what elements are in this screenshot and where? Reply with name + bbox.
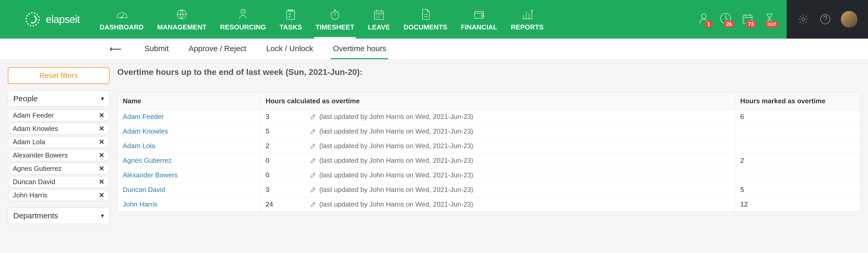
svg-point-10 (702, 14, 706, 18)
content-area: Reset filters People ▾ Adam Feeder✕Adam … (0, 59, 868, 234)
filter-chip: Adam Lola✕ (8, 136, 110, 148)
edit-icon[interactable] (310, 128, 316, 135)
remove-filter-icon[interactable]: ✕ (99, 191, 104, 199)
dashboard-icon (115, 7, 128, 21)
chevron-down-icon: ▾ (101, 212, 104, 219)
remove-filter-icon[interactable]: ✕ (99, 111, 104, 119)
table-row: Adam Knowles5(last updated by John Harri… (118, 124, 860, 139)
person-link[interactable]: Adam Feeder (123, 113, 164, 120)
calendar-icon (372, 7, 386, 21)
nav-resourcing[interactable]: RESOURCING (213, 0, 273, 38)
remove-filter-icon[interactable]: ✕ (99, 178, 104, 186)
table-row: Alexander Bowers0(last updated by John H… (118, 168, 860, 182)
nav-reports[interactable]: REPORTS (504, 0, 551, 38)
checklist-icon (284, 7, 298, 21)
filter-chip: Adam Knowles✕ (8, 123, 110, 135)
people-notification[interactable]: 1 (697, 12, 711, 27)
filter-chip-label: Agnes Gutierrez (13, 165, 62, 173)
people-filter-chips: Adam Feeder✕Adam Knowles✕Adam Lola✕Alexa… (8, 110, 110, 201)
out-notification[interactable]: OUT (763, 12, 776, 27)
filter-chip: Adam Feeder✕ (8, 110, 110, 121)
nav-tasks[interactable]: TASKS (273, 0, 309, 38)
filter-chip-label: Alexander Bowers (13, 151, 68, 159)
edit-icon[interactable] (310, 114, 316, 120)
person-link[interactable]: John Harris (123, 200, 157, 208)
overtime-table: Name Hours calculated as overtime Hours … (117, 92, 860, 212)
nav-financial[interactable]: FINANCIAL (454, 0, 504, 38)
filter-chip: Agnes Gutierrez✕ (8, 163, 110, 174)
col-calculated: Hours calculated as overtime (260, 93, 735, 110)
hours-marked-value: 12 (735, 197, 860, 212)
main-header: elapseit DASHBOARD MANAGEMENT RESOURCING… (0, 0, 868, 38)
remove-filter-icon[interactable]: ✕ (99, 151, 104, 159)
remove-filter-icon[interactable]: ✕ (99, 165, 104, 173)
gear-icon[interactable] (797, 13, 810, 26)
person-link[interactable]: Adam Knowles (123, 127, 168, 135)
remove-filter-icon[interactable]: ✕ (99, 125, 104, 133)
departments-dropdown[interactable]: Departments ▾ (8, 207, 110, 224)
nav-management[interactable]: MANAGEMENT (150, 0, 213, 38)
col-name: Name (118, 93, 260, 110)
hours-calculated-value: 5 (266, 127, 310, 135)
back-arrow-icon[interactable]: ⟵ (104, 44, 127, 54)
filter-chip-label: Duncan David (13, 178, 55, 186)
person-link[interactable]: Duncan David (123, 186, 165, 194)
nav-dashboard[interactable]: DASHBOARD (93, 0, 150, 38)
nav-leave[interactable]: LEAVE (361, 0, 397, 38)
hours-marked-value: 2 (735, 153, 860, 168)
col-marked: Hours marked as overtime (735, 93, 860, 110)
filter-chip: Duncan David✕ (8, 176, 110, 188)
logo-text: elapseit (46, 13, 80, 25)
filter-chip-label: Adam Lola (13, 138, 45, 146)
hours-calculated-value: 24 (266, 200, 310, 208)
avatar[interactable] (841, 11, 858, 28)
person-gear-icon (236, 7, 250, 21)
person-link[interactable]: Adam Lola (123, 142, 155, 150)
edit-icon[interactable] (310, 143, 316, 149)
nav-documents[interactable]: DOCUMENTS (397, 0, 454, 38)
hours-marked-value (735, 139, 860, 153)
subnav-overtime-hours[interactable]: Overtime hours (331, 39, 389, 59)
last-updated-text: (last updated by John Harris on Wed, 202… (319, 171, 473, 179)
svg-point-13 (802, 18, 805, 21)
table-row: Adam Feeder3(last updated by John Harris… (118, 110, 860, 124)
stopwatch-icon (328, 7, 342, 21)
last-updated-text: (last updated by John Harris on Wed, 202… (319, 142, 473, 150)
document-icon (418, 7, 432, 21)
table-row: Agnes Gutierrez0(last updated by John Ha… (118, 153, 860, 168)
edit-icon[interactable] (310, 172, 316, 178)
filter-chip-label: Adam Feeder (13, 111, 54, 119)
people-dropdown[interactable]: People ▾ (8, 90, 110, 107)
svg-point-4 (241, 10, 245, 13)
svg-point-5 (240, 9, 246, 15)
last-updated-text: (last updated by John Harris on Wed, 202… (319, 200, 473, 208)
person-link[interactable]: Alexander Bowers (123, 171, 178, 179)
subnav-lock-unlock[interactable]: Lock / Unlock (264, 39, 315, 59)
main-content: Overtime hours up to the end of last wee… (117, 67, 860, 227)
person-link[interactable]: Agnes Gutierrez (123, 157, 172, 164)
logo-icon (24, 10, 42, 28)
hours-marked-value: 6 (735, 110, 860, 124)
calendar-notification[interactable]: 73 (741, 12, 754, 27)
svg-rect-8 (374, 11, 383, 20)
hours-marked-value: 5 (735, 182, 860, 197)
hours-calculated-value: 2 (266, 142, 310, 150)
nav-timesheet[interactable]: TIMESHEET (309, 0, 361, 38)
people-badge: 1 (705, 21, 713, 28)
remove-filter-icon[interactable]: ✕ (99, 138, 104, 146)
subnav-submit[interactable]: Submit (142, 39, 171, 59)
edit-icon[interactable] (310, 187, 316, 193)
page-title: Overtime hours up to the end of last wee… (117, 67, 860, 77)
edit-icon[interactable] (310, 158, 316, 164)
last-updated-text: (last updated by John Harris on Wed, 202… (319, 113, 473, 121)
hours-calculated-value: 0 (266, 171, 310, 179)
table-row: Adam Lola2(last updated by John Harris o… (118, 139, 860, 153)
edit-icon[interactable] (310, 201, 316, 207)
help-icon[interactable] (819, 13, 832, 26)
logo[interactable]: elapseit (0, 0, 93, 38)
filter-chip: John Harris✕ (8, 189, 110, 201)
reset-filters-button[interactable]: Reset filters (8, 67, 110, 84)
time-notification[interactable]: 26 (719, 12, 733, 27)
subnav-approve-reject[interactable]: Approve / Reject (186, 39, 248, 59)
svg-point-1 (29, 16, 36, 23)
